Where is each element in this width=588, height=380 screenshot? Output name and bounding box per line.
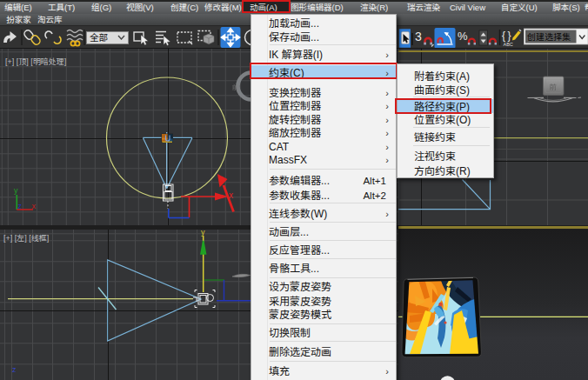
svg-text:{ }: { } [502,27,511,42]
svg-text:全部: 全部 [90,30,108,43]
svg-text:x: x [32,200,37,211]
svg-text:y: y [14,184,18,196]
svg-text:ABC: ABC [504,41,513,48]
svg-text:[+] [左] [线框]: [+] [左] [线框] [3,232,49,243]
svg-text:y: y [201,226,205,237]
svg-text:z: z [12,363,17,375]
svg-text:3: 3 [415,27,422,44]
svg-text:[+] [顶] [明暗处理]: [+] [顶] [明暗处理] [5,56,66,67]
svg-text:前: 前 [550,81,558,91]
svg-text:创建选择集: 创建选择集 [527,30,571,43]
svg-text:前: 前 [232,82,239,91]
svg-text:%: % [458,27,468,43]
svg-text:z: z [18,200,23,211]
